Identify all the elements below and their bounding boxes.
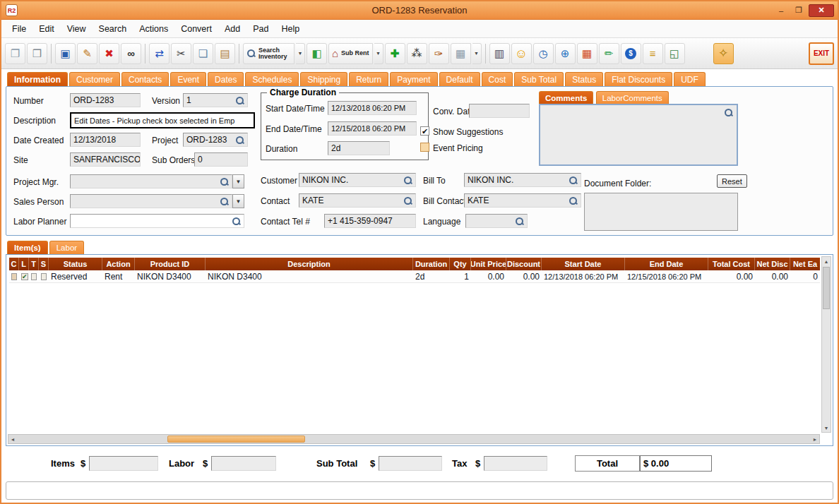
col-net-ea[interactable]: Net Ea (790, 258, 820, 270)
sub-rent-button[interactable]: ⌂ Sub Rent (328, 43, 373, 64)
sales-person-field[interactable] (70, 194, 232, 208)
globe-button[interactable]: ⊕ (555, 43, 576, 64)
labor-planner-lookup-icon[interactable] (232, 217, 241, 226)
workstation-button[interactable]: ◱ (665, 43, 685, 64)
cube-button[interactable]: ▦ (577, 43, 597, 64)
col-action[interactable]: Action (102, 258, 135, 270)
labor-planner-field[interactable] (70, 214, 244, 228)
bill-contact-lookup-icon[interactable] (569, 196, 578, 205)
new-document-button[interactable]: ❐ (5, 43, 25, 64)
menu-help[interactable]: Help (275, 21, 306, 37)
col-duration[interactable]: Duration (413, 258, 450, 270)
menu-file[interactable]: File (6, 21, 32, 37)
menu-pad[interactable]: Pad (246, 21, 275, 37)
col-s[interactable]: S (39, 258, 49, 270)
tab-contacts[interactable]: Contacts (121, 72, 169, 86)
menu-edit[interactable]: Edit (32, 21, 61, 37)
tab-schedules[interactable]: Schedules (245, 72, 299, 86)
menu-view[interactable]: View (61, 21, 93, 37)
tab-customer[interactable]: Customer (69, 72, 120, 86)
tab-information[interactable]: Information (7, 72, 68, 86)
col-t[interactable]: T (29, 258, 39, 270)
project-mgr-lookup-icon[interactable] (220, 177, 229, 186)
site-field[interactable]: SANFRANCISCO (70, 152, 141, 167)
col-total-cost[interactable]: Total Cost (708, 258, 755, 270)
edit-document-button[interactable]: ✏ (599, 43, 619, 64)
sub-total-field[interactable] (379, 456, 442, 471)
tab-sub-total[interactable]: Sub Total (514, 72, 564, 86)
scroll-left-icon[interactable]: ◄ (8, 435, 17, 443)
tab-cost[interactable]: Cost (482, 72, 513, 86)
paint-button[interactable]: ◧ (307, 43, 327, 64)
sales-person-lookup-icon[interactable] (220, 197, 229, 206)
tab-items[interactable]: Item(s) (7, 241, 48, 254)
menu-search[interactable]: Search (93, 21, 133, 37)
tab-dates[interactable]: Dates (208, 72, 244, 86)
language-lookup-icon[interactable] (515, 217, 524, 226)
project-field[interactable]: ORD-1283 (183, 133, 248, 147)
copy-button[interactable]: ❏ (193, 43, 213, 64)
bill-contact-field[interactable]: KATE (464, 193, 581, 208)
end-datetime-field[interactable]: 12/15/2018 06:20 PM (328, 121, 417, 136)
tab-shipping[interactable]: Shipping (300, 72, 347, 86)
language-field[interactable] (465, 214, 528, 228)
save-button[interactable]: ▣ (55, 43, 76, 64)
tab-return[interactable]: Return (349, 72, 388, 86)
barcode-print-button[interactable]: ▥ (489, 43, 510, 64)
conv-date-field[interactable] (469, 104, 530, 118)
tab-comments[interactable]: Comments (539, 91, 593, 104)
delete-button[interactable]: ✖ (99, 43, 119, 64)
col-end-date[interactable]: End Date (625, 258, 708, 270)
maximize-button[interactable]: ❐ (791, 4, 807, 17)
tab-labor-comments[interactable]: LaborComments (596, 91, 669, 104)
find-button[interactable]: ∞ (121, 43, 141, 64)
cut-button[interactable]: ✂ (171, 43, 191, 64)
project-lookup-icon[interactable] (235, 136, 244, 145)
description-field[interactable]: Edit Dates - Pickup check box selected i… (70, 112, 255, 128)
search-inventory-button[interactable]: Search Inventory (243, 43, 294, 64)
tab-default[interactable]: Default (439, 72, 480, 86)
sub-rent-dropdown[interactable]: ▼ (374, 43, 383, 64)
col-l[interactable]: L (19, 258, 29, 270)
row-c-checkbox[interactable] (11, 273, 17, 280)
customer-field[interactable]: NIKON INC. (299, 173, 416, 187)
edit-button[interactable]: ✎ (77, 43, 97, 64)
vertical-scroll-thumb[interactable] (823, 267, 830, 309)
col-c[interactable]: C (9, 258, 19, 270)
search-inventory-dropdown[interactable]: ▼ (296, 43, 305, 64)
smiley-button[interactable]: ☺ (511, 43, 532, 64)
exit-button[interactable]: EXIT (809, 42, 834, 65)
grid-dropdown[interactable]: ▼ (472, 43, 482, 64)
project-mgr-dropdown[interactable]: ▼ (232, 174, 244, 188)
horizontal-scroll-thumb[interactable] (167, 436, 305, 443)
col-unit-price[interactable]: Unit Price (471, 258, 506, 270)
row-l-checkbox[interactable]: ✔ (21, 273, 28, 280)
wand-button[interactable]: ✧ (713, 43, 734, 64)
contact-lookup-icon[interactable] (403, 196, 412, 205)
close-button[interactable]: ✕ (809, 4, 834, 17)
contact-tel-field[interactable]: +1 415-359-0947 (324, 214, 416, 228)
comments-lookup-icon[interactable] (724, 108, 733, 117)
duration-field[interactable]: 2d (328, 141, 390, 155)
bill-to-field[interactable]: NIKON INC. (464, 173, 581, 187)
history-button[interactable]: ◷ (533, 43, 554, 64)
print-button[interactable]: ❒ (27, 43, 47, 64)
col-description[interactable]: Description (206, 258, 413, 270)
title-bar[interactable]: R2 ORD-1283 Reservation – ❐ ✕ (1, 1, 838, 20)
labor-total-field[interactable] (211, 456, 276, 471)
menu-add[interactable]: Add (218, 21, 246, 37)
group-button[interactable]: ⁂ (407, 43, 427, 64)
menu-convert[interactable]: Convert (174, 21, 218, 37)
start-datetime-field[interactable]: 12/13/2018 06:20 PM (328, 101, 417, 115)
table-row[interactable]: ✔ Reserved Rent NIKON D3400 NIKON D3400 … (9, 270, 820, 283)
vertical-scrollbar[interactable]: ▲ ▼ (821, 256, 831, 433)
date-created-field[interactable]: 12/13/2018 (70, 133, 141, 147)
minimize-button[interactable]: – (773, 4, 789, 17)
show-suggestions-checkbox[interactable]: ✔ (420, 126, 429, 136)
col-product-id[interactable]: Product ID (135, 258, 206, 270)
tab-status[interactable]: Status (565, 72, 603, 86)
col-qty[interactable]: Qty (450, 258, 471, 270)
menu-actions[interactable]: Actions (133, 21, 174, 37)
money-button[interactable]: ≡ (643, 43, 663, 64)
project-mgr-field[interactable] (70, 174, 232, 188)
